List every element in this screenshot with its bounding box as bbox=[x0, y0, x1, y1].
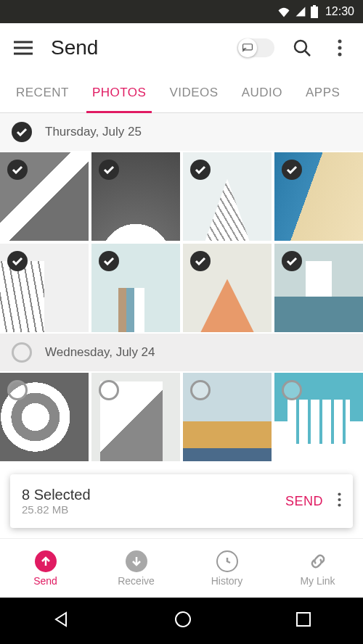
svg-point-6 bbox=[338, 53, 342, 57]
photo-thumbnail[interactable] bbox=[183, 373, 272, 461]
search-button[interactable] bbox=[292, 38, 312, 58]
tab-label: VIDEOS bbox=[169, 86, 218, 100]
select-all-checkbox[interactable] bbox=[12, 342, 32, 363]
photo-thumbnail[interactable] bbox=[0, 152, 89, 241]
svg-point-10 bbox=[176, 612, 190, 627]
home-button[interactable] bbox=[174, 610, 192, 632]
svg-point-5 bbox=[338, 46, 342, 50]
wifi-icon bbox=[277, 6, 290, 17]
svg-rect-0 bbox=[311, 7, 318, 18]
tab-apps[interactable]: APPS bbox=[294, 73, 351, 112]
battery-icon bbox=[311, 5, 318, 18]
photo-grid bbox=[0, 371, 363, 463]
back-icon bbox=[52, 610, 70, 629]
check-icon bbox=[12, 257, 23, 265]
bottom-tab-receive[interactable]: Receive bbox=[91, 539, 182, 598]
hamburger-icon bbox=[14, 41, 33, 55]
more-vert-icon bbox=[338, 492, 341, 508]
recents-button[interactable] bbox=[295, 611, 311, 630]
arrow-down-icon bbox=[131, 556, 142, 567]
svg-point-8 bbox=[338, 498, 340, 501]
bottom-tab-label: History bbox=[211, 575, 243, 587]
selection-badge[interactable] bbox=[99, 160, 119, 180]
selection-badge[interactable] bbox=[7, 160, 28, 180]
photo-grid bbox=[0, 151, 363, 334]
tab-audio[interactable]: AUDIO bbox=[230, 73, 294, 112]
photo-thumbnail[interactable] bbox=[183, 152, 272, 241]
check-icon bbox=[16, 128, 28, 136]
selection-badge[interactable] bbox=[99, 380, 119, 400]
tab-label: AUDIO bbox=[242, 86, 282, 100]
svg-point-9 bbox=[338, 503, 340, 506]
selection-overflow-button[interactable] bbox=[338, 492, 341, 511]
selection-badge[interactable] bbox=[282, 251, 302, 271]
selection-badge[interactable] bbox=[190, 251, 211, 271]
photo-thumbnail[interactable] bbox=[0, 373, 89, 461]
check-icon bbox=[103, 165, 115, 174]
bottom-nav: Send Receive History My Link bbox=[0, 538, 363, 598]
selection-badge[interactable] bbox=[282, 380, 302, 400]
selection-badge[interactable] bbox=[7, 380, 28, 400]
tab-recent[interactable]: RECENT bbox=[4, 73, 81, 112]
cell-signal-icon bbox=[295, 6, 306, 17]
selection-bar: 8 Selected 25.82 MB SEND bbox=[10, 474, 353, 528]
selection-badge[interactable] bbox=[99, 251, 119, 271]
date-header[interactable]: Thursday, July 25 bbox=[0, 113, 363, 151]
photo-thumbnail[interactable] bbox=[274, 244, 363, 332]
send-button[interactable]: SEND bbox=[277, 488, 332, 515]
bottom-tab-mylink[interactable]: My Link bbox=[272, 539, 363, 598]
photo-thumbnail[interactable] bbox=[0, 244, 89, 332]
date-label: Wednesday, July 24 bbox=[45, 345, 155, 360]
check-icon bbox=[12, 165, 23, 174]
app-bar: Send bbox=[0, 23, 363, 73]
svg-rect-1 bbox=[313, 5, 316, 7]
selection-badge[interactable] bbox=[190, 380, 211, 400]
cast-toggle[interactable] bbox=[237, 38, 274, 57]
search-icon bbox=[293, 38, 311, 57]
tab-label: APPS bbox=[306, 86, 340, 100]
select-all-checkbox[interactable] bbox=[12, 122, 32, 142]
overflow-button[interactable] bbox=[330, 38, 350, 58]
check-icon bbox=[286, 165, 298, 174]
date-label: Thursday, July 25 bbox=[45, 125, 142, 139]
photo-thumbnail[interactable] bbox=[91, 244, 180, 332]
tab-label: RECENT bbox=[16, 86, 69, 100]
selection-badge[interactable] bbox=[190, 160, 211, 180]
selection-count: 8 Selected bbox=[22, 487, 91, 503]
bottom-tab-history[interactable]: History bbox=[182, 539, 272, 598]
clock-icon bbox=[221, 555, 234, 568]
selection-badge[interactable] bbox=[7, 251, 28, 271]
cast-icon bbox=[242, 44, 253, 52]
menu-button[interactable] bbox=[13, 38, 33, 58]
photo-thumbnail[interactable] bbox=[91, 152, 180, 241]
back-button[interactable] bbox=[52, 610, 70, 632]
selection-size: 25.82 MB bbox=[22, 503, 91, 516]
photo-thumbnail[interactable] bbox=[183, 244, 272, 332]
page-title: Send bbox=[51, 36, 219, 59]
photo-thumbnail[interactable] bbox=[274, 152, 363, 241]
photo-thumbnail[interactable] bbox=[91, 373, 180, 461]
link-icon bbox=[309, 552, 327, 571]
tab-videos[interactable]: VIDEOS bbox=[158, 73, 229, 112]
svg-rect-11 bbox=[297, 613, 310, 626]
date-header[interactable]: Wednesday, July 24 bbox=[0, 334, 363, 371]
category-tabs: RECENT PHOTOS VIDEOS AUDIO APPS bbox=[0, 73, 363, 113]
recents-icon bbox=[295, 611, 311, 627]
bottom-tab-send[interactable]: Send bbox=[0, 539, 91, 598]
svg-point-7 bbox=[338, 492, 340, 495]
photo-thumbnail[interactable] bbox=[274, 373, 363, 461]
more-vert-icon bbox=[338, 39, 342, 57]
tab-label: PHOTOS bbox=[92, 86, 146, 100]
status-bar: 12:30 bbox=[0, 0, 363, 23]
status-time: 12:30 bbox=[325, 5, 354, 18]
bottom-tab-label: Send bbox=[33, 575, 57, 587]
tab-photos[interactable]: PHOTOS bbox=[81, 73, 158, 112]
selection-badge[interactable] bbox=[282, 160, 302, 180]
check-icon bbox=[195, 165, 206, 174]
check-icon bbox=[103, 257, 115, 265]
check-icon bbox=[195, 257, 206, 265]
home-icon bbox=[174, 610, 192, 629]
arrow-up-icon bbox=[40, 556, 52, 567]
check-icon bbox=[286, 257, 298, 265]
svg-point-4 bbox=[338, 40, 342, 44]
